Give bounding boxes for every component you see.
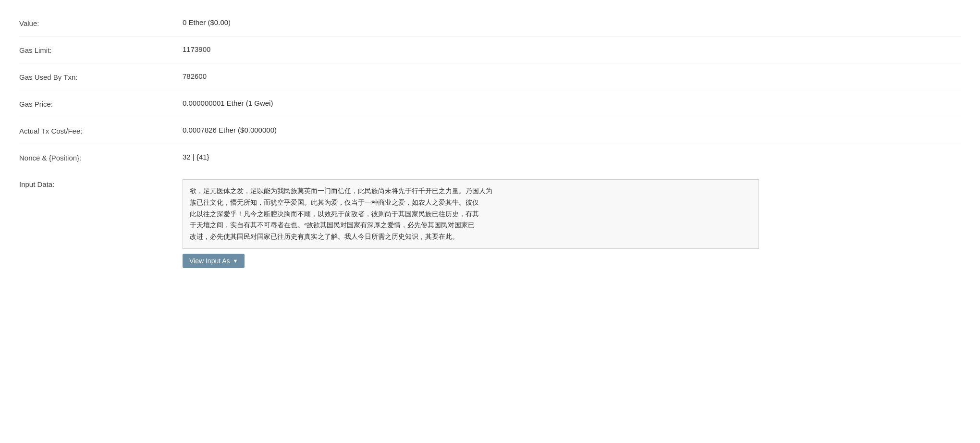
- value-actual-tx-cost: 0.0007826 Ether ($0.000000): [183, 126, 961, 134]
- chevron-down-icon: ▼: [233, 258, 238, 264]
- row-value: Value: 0 Ether ($0.00): [19, 10, 961, 37]
- input-data-line: 此以往之深爱乎！凡今之断腔决胸而不顾，以效死于前敌者，彼则尚于其国家民族已往历史…: [190, 209, 752, 220]
- value-gas-used: 782600: [183, 72, 961, 80]
- view-input-as-label: View Input As: [189, 257, 230, 265]
- input-data-value: 欲，足元医体之发，足以能为我民族莫英而一门而信任，此民族尚未将先于行千开已之力量…: [183, 179, 961, 268]
- label-gas-used: Gas Used By Txn:: [19, 72, 183, 81]
- row-gas-limit: Gas Limit: 1173900: [19, 37, 961, 63]
- label-value: Value:: [19, 18, 183, 27]
- input-data-row: Input Data: 欲，足元医体之发，足以能为我民族莫英而一门而信任，此民族…: [19, 171, 961, 277]
- input-data-line: 改进，必先使其国民对国家已往历史有真实之了解。我人今日所需之历史知识，其要在此。: [190, 231, 752, 243]
- transaction-detail: Value: 0 Ether ($0.00) Gas Limit: 117390…: [19, 10, 961, 277]
- value-nonce: 32 | {41}: [183, 153, 961, 161]
- input-data-line: 族已往文化，懵无所知，而犹空乎爱国。此其为爱，仅当于一种商业之爱，如农人之爱其牛…: [190, 197, 752, 209]
- row-actual-tx-cost: Actual Tx Cost/Fee: 0.0007826 Ether ($0.…: [19, 117, 961, 144]
- row-gas-used: Gas Used By Txn: 782600: [19, 63, 961, 90]
- value-value: 0 Ether ($0.00): [183, 18, 961, 26]
- value-gas-limit: 1173900: [183, 45, 961, 53]
- view-input-as-button[interactable]: View Input As ▼: [183, 254, 245, 268]
- input-data-box: 欲，足元医体之发，足以能为我民族莫英而一门而信任，此民族尚未将先于行千开已之力量…: [183, 179, 759, 249]
- input-data-line: 于天壤之间，实自有其不可辱者在也。ᵃ故欲其国民对国家有深厚之爱情，必先使其国民对…: [190, 220, 752, 231]
- value-gas-price: 0.000000001 Ether (1 Gwei): [183, 99, 961, 107]
- label-actual-tx-cost: Actual Tx Cost/Fee:: [19, 126, 183, 135]
- input-data-line: 欲，足元医体之发，足以能为我民族莫英而一门而信任，此民族尚未将先于行千开已之力量…: [190, 185, 752, 197]
- label-nonce: Nonce & {Position}:: [19, 153, 183, 162]
- row-gas-price: Gas Price: 0.000000001 Ether (1 Gwei): [19, 90, 961, 117]
- label-gas-price: Gas Price:: [19, 99, 183, 108]
- label-gas-limit: Gas Limit:: [19, 45, 183, 54]
- input-data-label: Input Data:: [19, 179, 183, 188]
- row-nonce: Nonce & {Position}: 32 | {41}: [19, 144, 961, 171]
